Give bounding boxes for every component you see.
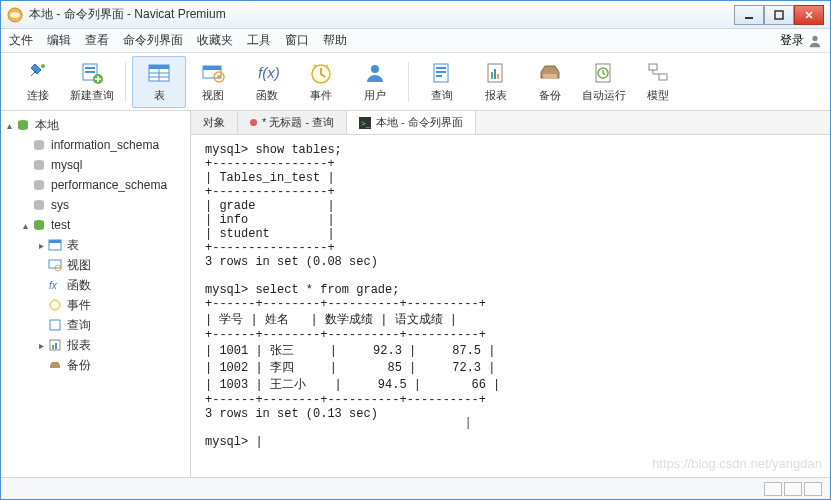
- function-icon: f(x): [254, 60, 280, 86]
- menu-tools[interactable]: 工具: [247, 32, 271, 49]
- toolbar-table[interactable]: 表: [132, 56, 186, 108]
- svg-rect-32: [649, 64, 657, 70]
- menu-window[interactable]: 窗口: [285, 32, 309, 49]
- expand-icon[interactable]: ▸: [35, 240, 47, 251]
- toolbar-report[interactable]: 报表: [469, 56, 523, 108]
- user-icon: [808, 34, 822, 48]
- report-icon: [47, 337, 63, 353]
- view-icon: [47, 257, 63, 273]
- svg-rect-10: [149, 65, 169, 69]
- login-label: 登录: [780, 32, 804, 49]
- clock-icon: [47, 297, 63, 313]
- toolbar-autorun[interactable]: 自动运行: [577, 56, 631, 108]
- svg-rect-23: [436, 71, 446, 73]
- status-view-icon-3[interactable]: [804, 482, 822, 496]
- title-bar: 本地 - 命令列界面 - Navicat Premium: [1, 1, 830, 29]
- toolbar-view[interactable]: 视图: [186, 56, 240, 108]
- svg-point-3: [812, 35, 817, 40]
- tree-sub-function[interactable]: fx 函数: [1, 275, 190, 295]
- status-view-icon-1[interactable]: [764, 482, 782, 496]
- svg-text:>_: >_: [361, 119, 371, 128]
- database-icon: [15, 117, 31, 133]
- table-icon: [146, 60, 172, 86]
- database-icon: [31, 217, 47, 233]
- app-icon: [7, 7, 23, 23]
- collapse-icon[interactable]: ▴: [19, 220, 31, 231]
- status-bar: [1, 477, 830, 499]
- svg-rect-33: [659, 74, 667, 80]
- tree-sub-backup[interactable]: 备份: [1, 355, 190, 375]
- status-view-icon-2[interactable]: [784, 482, 802, 496]
- tree-db-test[interactable]: ▴ test: [1, 215, 190, 235]
- close-button[interactable]: [794, 5, 824, 25]
- minimize-button[interactable]: [734, 5, 764, 25]
- database-icon: [31, 137, 47, 153]
- svg-point-4: [41, 64, 45, 68]
- console-output[interactable]: mysql> show tables; +----------------+ |…: [191, 135, 830, 477]
- backup-icon: [47, 357, 63, 373]
- toolbar-user[interactable]: 用户: [348, 56, 402, 108]
- table-icon: [47, 237, 63, 253]
- cli-icon: >_: [359, 117, 371, 129]
- svg-rect-29: [543, 74, 557, 79]
- menu-view[interactable]: 查看: [85, 32, 109, 49]
- svg-rect-26: [491, 72, 493, 79]
- tree-connection[interactable]: ▴ 本地: [1, 115, 190, 135]
- tree-db-mysql[interactable]: mysql: [1, 155, 190, 175]
- database-icon: [31, 177, 47, 193]
- toolbar-function[interactable]: f(x) 函数: [240, 56, 294, 108]
- svg-rect-49: [55, 343, 57, 349]
- login-button[interactable]: 登录: [780, 32, 822, 49]
- toolbar-separator: [125, 62, 126, 102]
- svg-rect-48: [52, 345, 54, 349]
- user-icon: [362, 60, 388, 86]
- toolbar-event[interactable]: 事件: [294, 56, 348, 108]
- tree-sub-table[interactable]: ▸ 表: [1, 235, 190, 255]
- collapse-icon[interactable]: ▴: [3, 120, 15, 131]
- menu-help[interactable]: 帮助: [323, 32, 347, 49]
- tree-db-performance-schema[interactable]: performance_schema: [1, 175, 190, 195]
- sidebar-tree[interactable]: ▴ 本地 information_schema mysql performanc…: [1, 111, 191, 477]
- svg-rect-1: [745, 17, 753, 19]
- tree-db-sys[interactable]: sys: [1, 195, 190, 215]
- model-icon: [645, 60, 671, 86]
- menu-file[interactable]: 文件: [9, 32, 33, 49]
- tree-sub-view[interactable]: 视图: [1, 255, 190, 275]
- plug-icon: [25, 60, 51, 86]
- svg-rect-15: [203, 66, 221, 70]
- tab-cli[interactable]: >_ 本地 - 命令列界面: [347, 111, 476, 134]
- toolbar-connect[interactable]: 连接: [11, 56, 65, 108]
- toolbar-separator: [408, 62, 409, 102]
- menu-cli[interactable]: 命令列界面: [123, 32, 183, 49]
- menu-edit[interactable]: 编辑: [47, 32, 71, 49]
- view-icon: [200, 60, 226, 86]
- tab-objects[interactable]: 对象: [191, 111, 238, 134]
- tree-sub-query[interactable]: 查询: [1, 315, 190, 335]
- tree-db-information-schema[interactable]: information_schema: [1, 135, 190, 155]
- tree-sub-report[interactable]: ▸ 报表: [1, 335, 190, 355]
- autorun-icon: [591, 60, 617, 86]
- svg-rect-6: [85, 67, 95, 69]
- maximize-button[interactable]: [764, 5, 794, 25]
- tab-untitled-query[interactable]: * 无标题 - 查询: [238, 111, 347, 134]
- report-icon: [483, 60, 509, 86]
- database-icon: [31, 157, 47, 173]
- tab-bar: 对象 * 无标题 - 查询 >_ 本地 - 命令列界面: [191, 111, 830, 135]
- toolbar-query[interactable]: 查询: [415, 56, 469, 108]
- query-icon: [429, 60, 455, 86]
- window-title: 本地 - 命令列界面 - Navicat Premium: [29, 6, 734, 23]
- menu-bar: 文件 编辑 查看 命令列界面 收藏夹 工具 窗口 帮助 登录: [1, 29, 830, 53]
- expand-icon[interactable]: ▸: [35, 340, 47, 351]
- function-icon: fx: [47, 277, 63, 293]
- svg-rect-24: [436, 75, 442, 77]
- menu-favorites[interactable]: 收藏夹: [197, 32, 233, 49]
- toolbar-new-query[interactable]: 新建查询: [65, 56, 119, 108]
- clock-icon: [308, 60, 334, 86]
- svg-rect-41: [49, 240, 61, 243]
- toolbar-model[interactable]: 模型: [631, 56, 685, 108]
- toolbar-backup[interactable]: 备份: [523, 56, 577, 108]
- database-icon: [31, 197, 47, 213]
- tree-sub-event[interactable]: 事件: [1, 295, 190, 315]
- toolbar: 连接 新建查询 表 视图 f(x) 函数 事件 用户 查询 报表 备份 自动运行: [1, 53, 830, 111]
- svg-point-17: [217, 75, 221, 79]
